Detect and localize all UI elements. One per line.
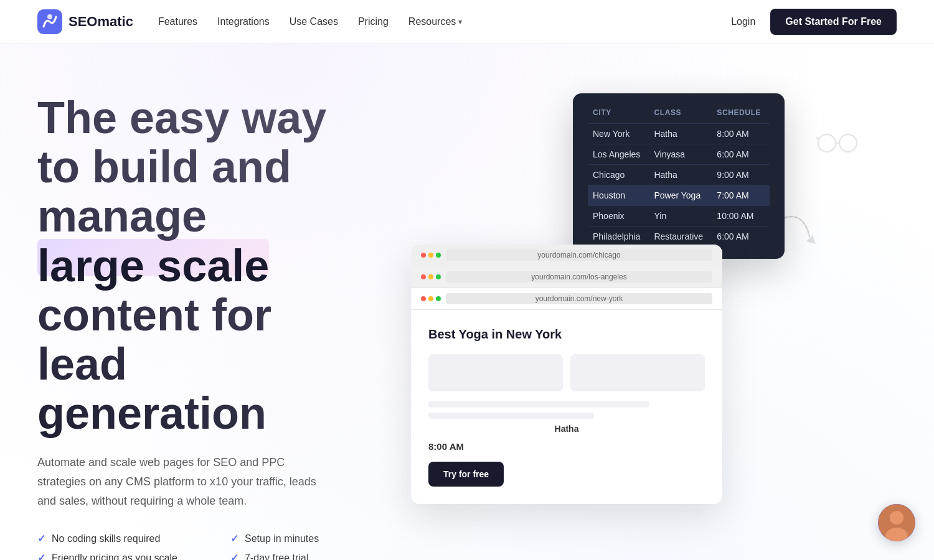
svg-line-5 bbox=[816, 137, 818, 139]
table-row: Phoenix Yin 10:00 AM bbox=[588, 206, 770, 226]
chevron-down-icon: ▾ bbox=[458, 17, 462, 26]
hero-title: The easy way to build and manage large s… bbox=[37, 93, 399, 438]
nav-links: Features Integrations Use Cases Pricing … bbox=[158, 16, 462, 27]
chat-avatar[interactable] bbox=[878, 504, 915, 541]
svg-point-3 bbox=[839, 134, 857, 152]
tab-dot-red-3 bbox=[421, 296, 426, 301]
logo[interactable]: SEOmatic bbox=[37, 9, 133, 34]
image-placeholder-2 bbox=[570, 354, 705, 391]
table-row: Chicago Hatha 9:00 AM bbox=[588, 165, 770, 185]
tab-dot-green bbox=[436, 253, 441, 258]
table-header-class: CLASS bbox=[649, 106, 712, 124]
browser-page-title: Best Yoga in New York bbox=[428, 327, 705, 342]
feature-item-4: ✓ 7-day free trial bbox=[230, 552, 399, 560]
table-cell-class: Vinyasa bbox=[649, 144, 712, 165]
check-icon-4: ✓ bbox=[230, 552, 238, 560]
tab-dots-3 bbox=[421, 296, 441, 301]
table-row: Los Angeles Vinyasa 6:00 AM bbox=[588, 144, 770, 165]
hero-right: CITY CLASS SCHEDULE New York Hatha 8:00 … bbox=[399, 81, 897, 529]
title-line4: content for bbox=[37, 290, 271, 340]
deco-glasses-icon bbox=[816, 131, 859, 156]
table-cell-city: New York bbox=[588, 124, 649, 144]
table-row: New York Hatha 8:00 AM bbox=[588, 124, 770, 144]
check-icon-1: ✓ bbox=[37, 533, 45, 544]
hero-left: The easy way to build and manage large s… bbox=[37, 81, 399, 560]
nav-features[interactable]: Features bbox=[158, 16, 197, 27]
check-icon-2: ✓ bbox=[230, 533, 238, 544]
table-cell-class: Yin bbox=[649, 206, 712, 226]
tab-dots-1 bbox=[421, 253, 441, 258]
tab-dot-green-2 bbox=[436, 274, 441, 279]
title-highlight: large scale bbox=[37, 241, 269, 291]
table-header-city: CITY bbox=[588, 106, 649, 124]
class-badge: Hatha bbox=[428, 424, 705, 434]
title-line3: manage bbox=[37, 191, 207, 241]
table-cell-schedule: 9:00 AM bbox=[712, 165, 770, 185]
browser-tab-2: yourdomain.com/los-angeles bbox=[411, 266, 722, 288]
logo-text: SEOmatic bbox=[68, 14, 133, 30]
browser-tabs: yourdomain.com/chicago yourdomain.com/lo… bbox=[411, 245, 722, 310]
browser-image-placeholders bbox=[428, 354, 705, 391]
table-cell-city: Chicago bbox=[588, 165, 649, 185]
try-free-button[interactable]: Try for free bbox=[428, 462, 504, 487]
get-started-button[interactable]: Get Started For Free bbox=[770, 9, 897, 35]
feature-label-4: 7-day free trial bbox=[245, 553, 308, 560]
table-cell-schedule: 7:00 AM bbox=[712, 185, 770, 206]
tab-url-2: yourdomain.com/los-angeles bbox=[446, 271, 712, 282]
feature-item-3: ✓ Friendly pricing as you scale bbox=[37, 552, 205, 560]
tab-dot-green-3 bbox=[436, 296, 441, 301]
navbar-left: SEOmatic Features Integrations Use Cases… bbox=[37, 9, 462, 34]
svg-point-1 bbox=[47, 14, 52, 19]
browser-content: Best Yoga in New York Hatha 8:00 AM Try … bbox=[411, 310, 722, 504]
tab-dot-yellow-2 bbox=[428, 274, 433, 279]
table-cell-schedule: 6:00 AM bbox=[712, 226, 770, 247]
table-header-schedule: SCHEDULE bbox=[712, 106, 770, 124]
table-cell-class: Hatha bbox=[649, 124, 712, 144]
table-cell-class: Hatha bbox=[649, 165, 712, 185]
table-cell-schedule: 10:00 AM bbox=[712, 206, 770, 226]
table-cell-class: Power Yoga bbox=[649, 185, 712, 206]
time-badge: 8:00 AM bbox=[428, 441, 705, 452]
browser-tab-1: yourdomain.com/chicago bbox=[411, 245, 722, 266]
tab-dot-red-2 bbox=[421, 274, 426, 279]
table-row: Philadelphia Restaurative 6:00 AM bbox=[588, 226, 770, 247]
features-list: ✓ No coding skills required ✓ Setup in m… bbox=[37, 533, 399, 560]
table-cell-city: Houston bbox=[588, 185, 649, 206]
check-icon-3: ✓ bbox=[37, 552, 45, 560]
nav-integrations[interactable]: Integrations bbox=[217, 16, 270, 27]
table-cell-class: Restaurative bbox=[649, 226, 712, 247]
tab-dot-yellow bbox=[428, 253, 433, 258]
nav-resources[interactable]: Resources ▾ bbox=[408, 16, 462, 27]
svg-marker-6 bbox=[806, 235, 816, 244]
table-cell-city: Philadelphia bbox=[588, 226, 649, 247]
feature-item-1: ✓ No coding skills required bbox=[37, 533, 205, 544]
login-button[interactable]: Login bbox=[731, 16, 755, 27]
avatar-icon bbox=[878, 504, 915, 541]
feature-item-2: ✓ Setup in minutes bbox=[230, 533, 399, 544]
text-placeholder-1 bbox=[428, 401, 649, 408]
nav-resources-link[interactable]: Resources bbox=[408, 16, 456, 27]
browser-mockup-card: yourdomain.com/chicago yourdomain.com/lo… bbox=[411, 245, 722, 504]
table-cell-schedule: 6:00 AM bbox=[712, 144, 770, 165]
navbar: SEOmatic Features Integrations Use Cases… bbox=[0, 0, 934, 44]
table-row: Houston Power Yoga 7:00 AM bbox=[588, 185, 770, 206]
tab-dots-2 bbox=[421, 274, 441, 279]
browser-tab-3: yourdomain.com/new-york bbox=[411, 288, 722, 310]
feature-label-1: No coding skills required bbox=[52, 533, 160, 544]
tab-dot-red bbox=[421, 253, 426, 258]
table-cell-city: Los Angeles bbox=[588, 144, 649, 165]
svg-point-2 bbox=[818, 134, 836, 152]
navbar-right: Login Get Started For Free bbox=[731, 9, 897, 35]
svg-point-8 bbox=[890, 511, 903, 525]
title-line5: lead bbox=[37, 339, 127, 389]
nav-pricing[interactable]: Pricing bbox=[358, 16, 389, 27]
table-cell-schedule: 8:00 AM bbox=[712, 124, 770, 144]
city-class-table: CITY CLASS SCHEDULE New York Hatha 8:00 … bbox=[588, 106, 770, 246]
feature-label-3: Friendly pricing as you scale bbox=[52, 553, 177, 560]
hero-subtitle: Automate and scale web pages for SEO and… bbox=[37, 453, 336, 510]
title-line6: generation bbox=[37, 388, 267, 438]
nav-use-cases[interactable]: Use Cases bbox=[290, 16, 338, 27]
data-table-card: CITY CLASS SCHEDULE New York Hatha 8:00 … bbox=[573, 93, 785, 259]
text-placeholder-2 bbox=[428, 413, 594, 419]
title-line1: The easy way bbox=[37, 93, 326, 142]
